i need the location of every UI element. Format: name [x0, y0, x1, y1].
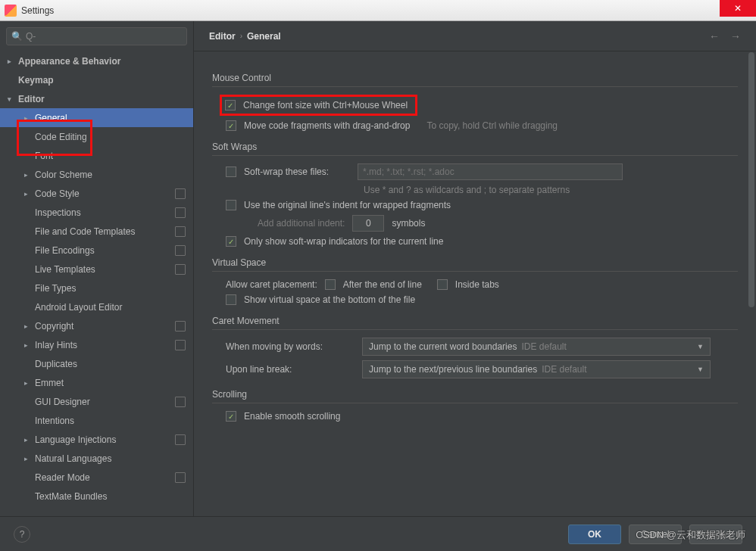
- label-allow-caret: Allow caret placement:: [226, 279, 317, 290]
- sidebar-item-reader-mode[interactable]: Reader Mode: [0, 468, 193, 487]
- nav-forward-button[interactable]: →: [730, 30, 741, 42]
- section-virtual-title: Virtual Space: [212, 257, 738, 268]
- sidebar-item-label: Android Layout Editor: [35, 302, 193, 313]
- label-change-font-size: Change font size with Ctrl+Mouse Wheel: [243, 100, 408, 111]
- sidebar-item-label: General: [35, 113, 193, 123]
- sidebar-item-language-injections[interactable]: ▸Language Injections: [0, 430, 193, 449]
- chevron-right-icon: ▸: [24, 114, 35, 122]
- label-by-words: When moving by words:: [226, 341, 355, 352]
- sidebar-item-code-editing[interactable]: Code Editing: [0, 127, 193, 146]
- sidebar-item-general[interactable]: ▸General: [0, 108, 193, 127]
- chevron-down-icon: ▾: [8, 95, 18, 103]
- sidebar-item-android-layout-editor[interactable]: Android Layout Editor: [0, 297, 193, 316]
- checkbox-after-eol[interactable]: [325, 279, 336, 290]
- sidebar-item-keymap[interactable]: Keymap: [0, 70, 193, 89]
- label-line-break: Upon line break:: [226, 364, 355, 375]
- sidebar-item-gui-designer[interactable]: GUI Designer: [0, 392, 193, 411]
- nav-back-button[interactable]: ←: [709, 30, 720, 42]
- sidebar-item-label: File Encodings: [35, 245, 175, 256]
- project-scope-icon: [175, 188, 186, 199]
- input-softwrap-patterns[interactable]: [358, 163, 623, 180]
- sidebar-item-font[interactable]: Font: [0, 146, 193, 165]
- project-scope-icon: [175, 207, 186, 218]
- checkbox-inside-tabs[interactable]: [437, 279, 448, 290]
- breadcrumb-leaf: General: [247, 31, 281, 42]
- section-divider: [212, 86, 738, 87]
- select-line-break[interactable]: Jump to the next/previous line boundarie…: [362, 360, 711, 378]
- checkbox-only-current-line[interactable]: [226, 236, 236, 247]
- sidebar-item-inlay-hints[interactable]: ▸Inlay Hints: [0, 335, 193, 354]
- sidebar-item-label: Code Editing: [35, 132, 193, 142]
- chevron-right-icon: ▸: [8, 58, 18, 65]
- chevron-right-icon: ▸: [24, 190, 35, 198]
- sidebar-item-label: Keymap: [18, 75, 193, 86]
- sidebar-item-file-and-code-templates[interactable]: File and Code Templates: [0, 222, 193, 241]
- help-button[interactable]: ?: [14, 526, 30, 543]
- sidebar-item-label: File and Code Templates: [35, 226, 175, 237]
- chevron-right-icon: ▸: [24, 436, 35, 444]
- sidebar-item-color-scheme[interactable]: ▸Color Scheme: [0, 165, 193, 184]
- window-close-button[interactable]: ✕: [720, 0, 756, 17]
- chevron-right-icon: ▸: [24, 341, 35, 349]
- breadcrumb-root[interactable]: Editor: [209, 31, 236, 42]
- label-move-fragments: Move code fragments with drag-and-drop: [244, 120, 410, 131]
- sidebar-item-label: Duplicates: [35, 359, 193, 369]
- sidebar-item-intentions[interactable]: Intentions: [0, 411, 193, 430]
- label-show-virtual-space: Show virtual space at the bottom of the …: [244, 294, 415, 305]
- sidebar-item-textmate-bundles[interactable]: TextMate Bundles: [0, 487, 193, 506]
- project-scope-icon: [175, 321, 186, 332]
- input-add-indent[interactable]: [352, 215, 384, 232]
- sidebar-item-inspections[interactable]: Inspections: [0, 203, 193, 222]
- sidebar-item-natural-languages[interactable]: ▸Natural Languages: [0, 449, 193, 468]
- section-divider: [212, 271, 738, 272]
- checkbox-smooth-scrolling[interactable]: [226, 411, 236, 422]
- checkbox-change-font-size[interactable]: [225, 100, 236, 111]
- checkbox-original-indent[interactable]: [226, 200, 236, 210]
- search-input[interactable]: 🔍 Q-: [6, 27, 187, 45]
- chevron-right-icon: ▸: [24, 171, 35, 179]
- sidebar-item-code-style[interactable]: ▸Code Style: [0, 184, 193, 203]
- checkbox-show-virtual-space[interactable]: [226, 294, 236, 305]
- project-scope-icon: [175, 397, 186, 407]
- sidebar-item-label: Reader Mode: [35, 472, 175, 483]
- chevron-down-icon: ▼: [697, 366, 704, 373]
- section-divider: [212, 155, 738, 156]
- checkbox-softwrap-files[interactable]: [226, 167, 236, 177]
- label-add-indent: Add additional indent:: [258, 218, 345, 229]
- section-caret-title: Caret Movement: [212, 316, 738, 326]
- select-line-break-hint: IDE default: [542, 364, 586, 375]
- sidebar-item-file-types[interactable]: File Types: [0, 279, 193, 297]
- sidebar-item-copyright[interactable]: ▸Copyright: [0, 316, 193, 335]
- window-titlebar: Settings ✕: [0, 0, 756, 21]
- project-scope-icon: [175, 245, 186, 256]
- sidebar-item-label: Appearance & Behavior: [18, 56, 193, 67]
- project-scope-icon: [175, 434, 186, 445]
- section-divider: [212, 329, 738, 330]
- section-mouse-title: Mouse Control: [212, 73, 738, 83]
- project-scope-icon: [175, 340, 186, 350]
- sidebar-item-live-templates[interactable]: Live Templates: [0, 260, 193, 279]
- chevron-right-icon: ▸: [24, 322, 35, 330]
- breadcrumb-bar: Editor › General ← →: [194, 21, 756, 51]
- select-line-break-value: Jump to the next/previous line boundarie…: [369, 364, 537, 375]
- sidebar-item-label: Editor: [18, 94, 193, 104]
- chevron-right-icon: ▸: [24, 379, 35, 387]
- window-title: Settings: [21, 5, 720, 16]
- hint-wildcards: Use * and ? as wildcards and ; to separa…: [364, 185, 570, 195]
- label-smooth-scrolling: Enable smooth scrolling: [244, 411, 340, 422]
- sidebar-item-emmet[interactable]: ▸Emmet: [0, 373, 193, 392]
- sidebar-item-label: Language Injections: [35, 434, 175, 445]
- project-scope-icon: [175, 264, 186, 275]
- sidebar-item-duplicates[interactable]: Duplicates: [0, 354, 193, 373]
- ok-button[interactable]: OK: [568, 525, 621, 544]
- label-original-indent: Use the original line's indent for wrapp…: [244, 200, 451, 210]
- sidebar-item-appearance-behavior[interactable]: ▸Appearance & Behavior: [0, 51, 193, 70]
- label-softwrap-files: Soft-wrap these files:: [244, 167, 350, 177]
- project-scope-icon: [175, 226, 186, 237]
- sidebar-item-editor[interactable]: ▾Editor: [0, 89, 193, 108]
- sidebar-item-file-encodings[interactable]: File Encodings: [0, 241, 193, 260]
- hint-move-fragments: To copy, hold Ctrl while dragging: [426, 120, 558, 131]
- select-by-words[interactable]: Jump to the current word boundaries IDE …: [362, 338, 711, 356]
- checkbox-move-fragments[interactable]: [226, 120, 236, 131]
- content-scrollbar[interactable]: [748, 52, 755, 515]
